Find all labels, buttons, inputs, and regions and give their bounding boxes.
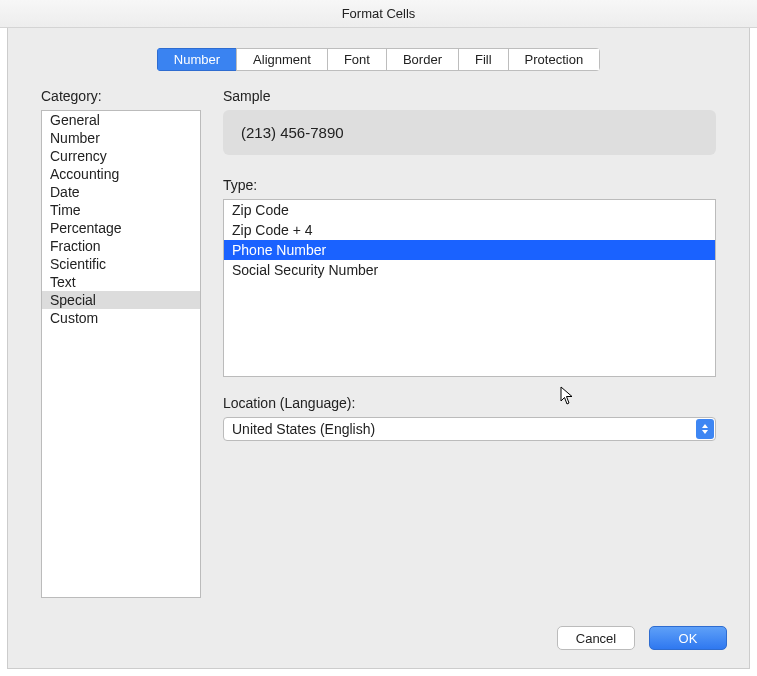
- cancel-button[interactable]: Cancel: [557, 626, 635, 650]
- category-item[interactable]: Number: [42, 129, 200, 147]
- tab-font[interactable]: Font: [327, 48, 386, 71]
- type-item[interactable]: Zip Code: [224, 200, 715, 220]
- category-item[interactable]: Fraction: [42, 237, 200, 255]
- category-item[interactable]: Accounting: [42, 165, 200, 183]
- tab-alignment[interactable]: Alignment: [236, 48, 327, 71]
- tab-number[interactable]: Number: [157, 48, 236, 71]
- category-item[interactable]: General: [42, 111, 200, 129]
- category-item[interactable]: Text: [42, 273, 200, 291]
- category-item[interactable]: Special: [42, 291, 200, 309]
- type-item[interactable]: Zip Code + 4: [224, 220, 715, 240]
- sample-label: Sample: [223, 88, 716, 104]
- type-item[interactable]: Social Security Number: [224, 260, 715, 280]
- tab-border[interactable]: Border: [386, 48, 458, 71]
- tab-protection[interactable]: Protection: [508, 48, 601, 71]
- tab-fill[interactable]: Fill: [458, 48, 508, 71]
- category-item[interactable]: Percentage: [42, 219, 200, 237]
- category-label: Category:: [41, 88, 201, 104]
- category-list[interactable]: GeneralNumberCurrencyAccountingDateTimeP…: [41, 110, 201, 598]
- window-title: Format Cells: [0, 0, 757, 28]
- category-item[interactable]: Time: [42, 201, 200, 219]
- sample-value: (213) 456-7890: [223, 110, 716, 155]
- updown-icon[interactable]: [696, 419, 714, 439]
- ok-button[interactable]: OK: [649, 626, 727, 650]
- category-item[interactable]: Currency: [42, 147, 200, 165]
- type-label: Type:: [223, 177, 716, 193]
- dialog-body: NumberAlignmentFontBorderFillProtection …: [7, 28, 750, 669]
- category-item[interactable]: Custom: [42, 309, 200, 327]
- location-selected-value: United States (English): [232, 421, 375, 437]
- location-label: Location (Language):: [223, 395, 716, 411]
- type-list[interactable]: Zip CodeZip Code + 4Phone NumberSocial S…: [223, 199, 716, 377]
- location-select[interactable]: United States (English): [223, 417, 716, 441]
- category-item[interactable]: Date: [42, 183, 200, 201]
- type-item[interactable]: Phone Number: [224, 240, 715, 260]
- tab-bar: NumberAlignmentFontBorderFillProtection: [8, 48, 749, 71]
- category-item[interactable]: Scientific: [42, 255, 200, 273]
